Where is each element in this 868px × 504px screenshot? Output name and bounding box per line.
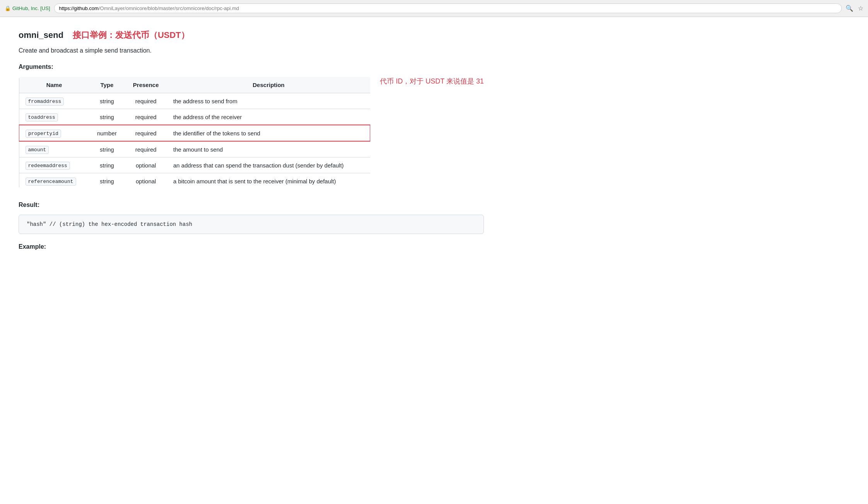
result-section: Result: "hash" // (string) the hex-encod… — [19, 202, 484, 234]
url-path: /OmniLayer/omnicore/blob/master/src/omni… — [99, 5, 239, 11]
browser-origin-label: GitHub, Inc. [US] — [12, 5, 50, 11]
bookmark-icon[interactable]: ☆ — [858, 5, 863, 12]
propertyid-annotation: 代币 ID，对于 USDT 来说值是 31 — [380, 77, 484, 86]
header-name: Name — [19, 77, 89, 93]
cell-type: string — [89, 109, 125, 125]
table-container: Name Type Presence Description fromaddre… — [19, 77, 484, 202]
result-code-block: "hash" // (string) the hex-encoded trans… — [19, 215, 484, 234]
param-name-code: propertyid — [26, 130, 61, 138]
table-row: referenceamountstringoptionala bitcoin a… — [19, 173, 370, 189]
page-title-row: omni_send 接口举例：发送代币（USDT） — [19, 29, 484, 41]
cell-description: the identifier of the tokens to send — [167, 125, 370, 141]
cell-type: string — [89, 173, 125, 189]
cell-presence: required — [125, 125, 167, 141]
cell-description: the address to send from — [167, 93, 370, 109]
lock-icon: 🔒 — [5, 5, 11, 11]
param-name-code: referenceamount — [26, 178, 76, 186]
param-name-code: toaddress — [26, 113, 58, 121]
cell-presence: optional — [125, 173, 167, 189]
cell-presence: required — [125, 109, 167, 125]
cell-description: the amount to send — [167, 141, 370, 157]
cell-description: an address that can spend the transactio… — [167, 157, 370, 173]
cell-name: fromaddress — [19, 93, 89, 109]
table-row: redeemaddressstringoptionalan address th… — [19, 157, 370, 173]
header-type: Type — [89, 77, 125, 93]
cell-description: the address of the receiver — [167, 109, 370, 125]
page-title: omni_send — [19, 30, 63, 40]
table-header-row: Name Type Presence Description — [19, 77, 370, 93]
cell-presence: optional — [125, 157, 167, 173]
arguments-table: Name Type Presence Description fromaddre… — [19, 77, 371, 189]
page-description: Create and broadcast a simple send trans… — [19, 47, 484, 54]
header-description: Description — [167, 77, 370, 93]
page-subtitle: 接口举例：发送代币（USDT） — [73, 29, 189, 41]
page-content: omni_send 接口举例：发送代币（USDT） Create and bro… — [0, 17, 502, 269]
browser-lock-indicator: 🔒 GitHub, Inc. [US] — [5, 5, 50, 11]
cell-presence: required — [125, 141, 167, 157]
table-body: fromaddressstringrequiredthe address to … — [19, 93, 370, 189]
arguments-label: Arguments: — [19, 63, 484, 70]
cell-name: referenceamount — [19, 173, 89, 189]
param-name-code: amount — [26, 146, 49, 154]
cell-type: string — [89, 93, 125, 109]
table-row: propertyidnumberrequiredthe identifier o… — [19, 125, 370, 141]
param-name-code: redeemaddress — [26, 162, 70, 170]
cell-type: number — [89, 125, 125, 141]
table-row: amountstringrequiredthe amount to send — [19, 141, 370, 157]
example-section: Example: — [19, 243, 484, 250]
cell-name: propertyid — [19, 125, 89, 141]
result-label: Result: — [19, 202, 484, 208]
example-label: Example: — [19, 243, 484, 250]
search-icon[interactable]: 🔍 — [846, 5, 853, 12]
cell-name: redeemaddress — [19, 157, 89, 173]
browser-action-icons: 🔍 ☆ — [846, 5, 863, 12]
cell-name: amount — [19, 141, 89, 157]
param-name-code: fromaddress — [26, 97, 64, 106]
cell-type: string — [89, 141, 125, 157]
header-presence: Presence — [125, 77, 167, 93]
table-row: toaddressstringrequiredthe address of th… — [19, 109, 370, 125]
browser-url-bar[interactable]: https://github.com/OmniLayer/omnicore/bl… — [54, 3, 842, 13]
url-origin: https://github.com — [59, 5, 99, 11]
cell-type: string — [89, 157, 125, 173]
browser-chrome: 🔒 GitHub, Inc. [US] https://github.com/O… — [0, 0, 868, 17]
cell-name: toaddress — [19, 109, 89, 125]
cell-presence: required — [125, 93, 167, 109]
table-row: fromaddressstringrequiredthe address to … — [19, 93, 370, 109]
cell-description: a bitcoin amount that is sent to the rec… — [167, 173, 370, 189]
code-content: "hash" // (string) the hex-encoded trans… — [27, 221, 192, 227]
